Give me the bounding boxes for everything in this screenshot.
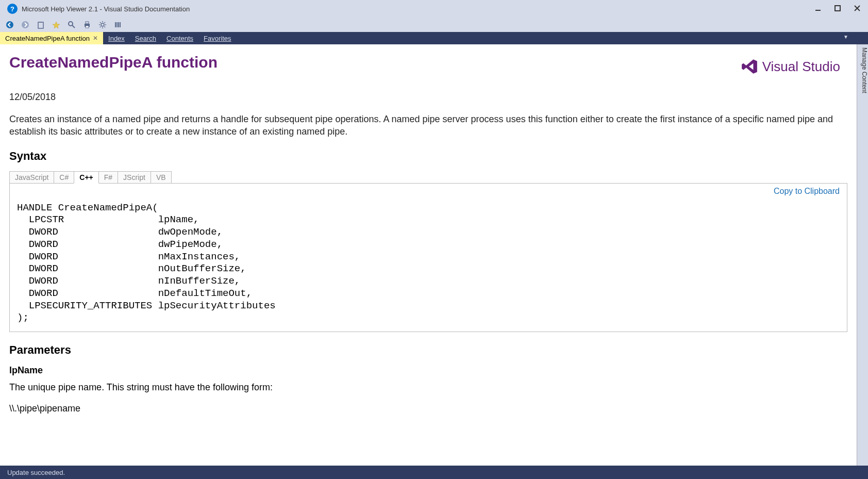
window-title: Microsoft Help Viewer 2.1 - Visual Studi… [22, 5, 190, 13]
param-lpname-desc: The unique pipe name. This string must h… [9, 382, 847, 393]
content-wrap: CreateNamedPipeA function Visual Studio … [0, 44, 868, 466]
code-content: HANDLE CreateNamedPipeA( LPCSTR lpName, … [17, 202, 840, 325]
title-bar: ? Microsoft Help Viewer 2.1 - Visual Stu… [0, 0, 868, 18]
tab-active[interactable]: CreateNamedPipeA function ✕ [0, 32, 103, 44]
svg-rect-16 [118, 22, 119, 27]
param-lpname-heading: lpName [9, 365, 847, 376]
lang-tab-fsharp[interactable]: F# [98, 171, 118, 184]
lang-tab-vb[interactable]: VB [151, 171, 172, 184]
lang-tab-javascript[interactable]: JavaScript [9, 171, 54, 184]
language-tabs: JavaScript C# C++ F# JScript VB [9, 171, 847, 184]
back-button[interactable] [5, 20, 14, 29]
tab-favorites[interactable]: Favorites [198, 32, 236, 44]
page-description: Creates an instance of a named pipe and … [9, 113, 847, 138]
status-bar: Update succeeded. [0, 466, 868, 479]
param-lpname-form: \\.\pipe\pipename [9, 403, 847, 414]
code-block: Copy to Clipboard HANDLE CreateNamedPipe… [9, 183, 847, 333]
tab-overflow-icon[interactable]: ▼ [843, 34, 848, 40]
svg-rect-17 [120, 22, 121, 27]
brand-text: Visual Studio [762, 59, 840, 75]
home-button[interactable] [36, 20, 45, 29]
copy-to-clipboard-link[interactable]: Copy to Clipboard [774, 187, 840, 196]
tab-contents[interactable]: Contents [161, 32, 198, 44]
visual-studio-icon [741, 58, 758, 75]
settings-button[interactable] [98, 20, 107, 29]
svg-point-13 [101, 23, 104, 26]
minimize-button[interactable] [814, 5, 822, 13]
page-date: 12/05/2018 [9, 92, 847, 103]
content-pane[interactable]: CreateNamedPipeA function Visual Studio … [0, 44, 857, 466]
search-button[interactable] [67, 20, 76, 29]
parameters-heading: Parameters [9, 343, 847, 357]
tab-index[interactable]: Index [103, 32, 130, 44]
svg-rect-6 [38, 22, 43, 28]
page-title: CreateNamedPipeA function [9, 54, 847, 71]
svg-line-9 [72, 25, 75, 28]
svg-rect-11 [86, 22, 89, 24]
svg-point-8 [69, 22, 73, 26]
lang-tab-jscript[interactable]: JScript [118, 171, 151, 184]
close-button[interactable] [854, 5, 861, 13]
lang-tab-csharp[interactable]: C# [54, 171, 74, 184]
library-button[interactable] [113, 20, 123, 29]
favorite-button[interactable] [52, 20, 61, 29]
print-button[interactable] [82, 20, 92, 29]
app-icon: ? [7, 4, 18, 14]
manage-content-rail[interactable]: Manage Content [857, 44, 868, 466]
close-tab-icon[interactable]: ✕ [93, 35, 98, 42]
window-controls [814, 5, 865, 13]
svg-marker-7 [53, 22, 60, 28]
svg-rect-12 [86, 26, 89, 28]
svg-rect-14 [115, 22, 116, 27]
syntax-heading: Syntax [9, 150, 847, 163]
tab-bar: CreateNamedPipeA function ✕ Index Search… [0, 32, 868, 44]
svg-rect-1 [835, 6, 840, 11]
maximize-button[interactable] [834, 5, 841, 13]
tab-active-label: CreateNamedPipeA function [5, 35, 90, 42]
svg-point-5 [22, 21, 29, 28]
tab-search[interactable]: Search [130, 32, 161, 44]
lang-tab-cpp[interactable]: C++ [74, 171, 98, 184]
status-text: Update succeeded. [7, 469, 65, 476]
svg-rect-15 [116, 22, 118, 27]
brand-logo: Visual Studio [741, 58, 840, 75]
forward-button[interactable] [21, 20, 30, 29]
toolbar [0, 18, 868, 32]
svg-point-4 [6, 21, 13, 28]
